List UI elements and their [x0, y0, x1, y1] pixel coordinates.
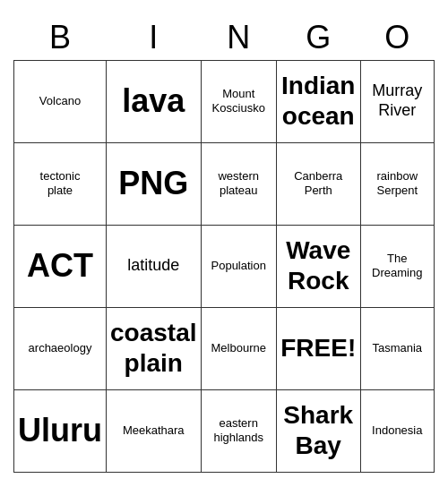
bingo-cell: latitude: [107, 225, 202, 307]
header-letter: N: [201, 15, 276, 61]
bingo-cell: MurrayRiver: [360, 60, 434, 142]
bingo-cell: Melbourne: [201, 307, 276, 389]
header-letter: I: [107, 15, 202, 61]
bingo-cell: Uluru: [14, 389, 107, 472]
bingo-cell: MountKosciusko: [201, 60, 276, 142]
bingo-cell: ACT: [14, 225, 107, 307]
bingo-cell: Volcano: [14, 60, 107, 142]
bingo-cell: Meekathara: [107, 389, 202, 472]
header-letter: B: [14, 15, 107, 61]
bingo-cell: FREE!: [276, 307, 360, 389]
bingo-row: VolcanolavaMountKosciuskoIndianoceanMurr…: [14, 60, 435, 142]
bingo-row: archaeologycoastalplainMelbourneFREE!Tas…: [14, 307, 435, 389]
bingo-cell: WaveRock: [276, 225, 360, 307]
bingo-cell: Population: [201, 225, 276, 307]
bingo-header: BINGO: [14, 15, 435, 61]
bingo-cell: PNG: [107, 142, 202, 225]
bingo-cell: CanberraPerth: [276, 142, 360, 225]
header-letter: G: [276, 15, 360, 61]
bingo-cell: TheDreaming: [360, 225, 434, 307]
bingo-cell: westernplateau: [201, 142, 276, 225]
bingo-body: VolcanolavaMountKosciuskoIndianoceanMurr…: [14, 60, 435, 472]
bingo-cell: easternhighlands: [201, 389, 276, 472]
bingo-row: UluruMeekatharaeasternhighlandsSharkBayI…: [14, 389, 435, 472]
bingo-cell: Indonesia: [360, 389, 434, 472]
bingo-cell: lava: [107, 60, 202, 142]
header-letter: O: [360, 15, 434, 61]
bingo-cell: archaeology: [14, 307, 107, 389]
bingo-cell: SharkBay: [276, 389, 360, 472]
bingo-row: ACTlatitudePopulationWaveRockTheDreaming: [14, 225, 435, 307]
bingo-card: BINGO VolcanolavaMountKosciuskoIndianoce…: [13, 15, 435, 473]
bingo-cell: Indianocean: [276, 60, 360, 142]
bingo-row: tectonicplatePNGwesternplateauCanberraPe…: [14, 142, 435, 225]
bingo-cell: coastalplain: [107, 307, 202, 389]
bingo-cell: Tasmania: [360, 307, 434, 389]
bingo-cell: tectonicplate: [14, 142, 107, 225]
bingo-cell: rainbowSerpent: [360, 142, 434, 225]
